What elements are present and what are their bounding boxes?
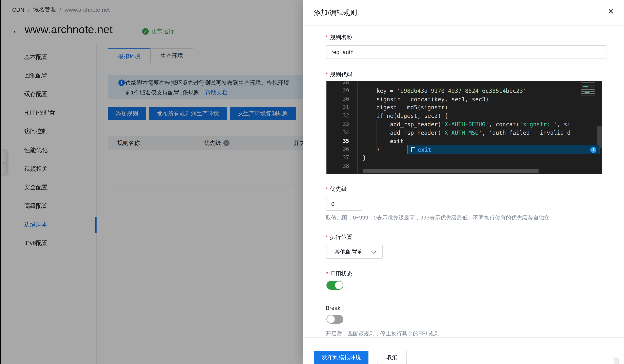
code-line: 28 xyxy=(326,81,602,87)
exec-position-value: 其他配置前 xyxy=(335,248,363,255)
suggestion-keyword-icon xyxy=(411,147,415,152)
break-help-text: 开启后，匹配该规则，停止执行其余的ESL规则 xyxy=(326,330,440,337)
code-lines: 2829 key = 'b98d643a-9170-4937-8524-6c33… xyxy=(326,81,602,171)
enabled-toggle[interactable] xyxy=(326,281,343,290)
code-line: 32 if ne(digest, sec2) { xyxy=(326,112,602,120)
indent-guide xyxy=(377,120,377,154)
rule-name-input[interactable] xyxy=(326,45,606,59)
required-asterisk: * xyxy=(326,186,328,192)
toggle-knob xyxy=(335,281,343,289)
required-asterisk: * xyxy=(326,71,328,77)
required-asterisk: * xyxy=(326,270,328,277)
priority-input[interactable] xyxy=(326,197,363,211)
required-asterisk: * xyxy=(326,34,328,40)
code-editor[interactable]: 2829 key = 'b98d643a-9170-4937-8524-6c33… xyxy=(326,81,602,174)
minimap-content xyxy=(581,82,595,100)
code-line: 35 exit xyxy=(326,137,602,145)
code-line: 29 key = 'b98d643a-9170-4937-8524-6c3351… xyxy=(326,87,602,95)
enabled-label: * 启用状态 xyxy=(326,270,353,278)
required-asterisk: * xyxy=(326,234,328,240)
minimap[interactable] xyxy=(581,81,596,174)
app-root: ‹ CDN/域名管理/www.archnote.net ← www.archno… xyxy=(0,0,624,364)
autocomplete-suggestion[interactable]: exit i xyxy=(407,145,600,154)
break-label: Break xyxy=(326,305,340,311)
drawer-scrollbar-thumb[interactable] xyxy=(614,358,619,364)
code-line: 30 signstr = concat(key, sec1, sec3) xyxy=(326,95,602,104)
publish-to-staging-button[interactable]: 发布到模拟环境 xyxy=(314,351,368,364)
add-edit-rule-drawer: 添加/编辑规则 ✕ * 规则名称 * 规则代码 2829 key = 'b98d… xyxy=(303,0,624,364)
break-toggle[interactable] xyxy=(326,315,343,324)
code-line: 37} xyxy=(326,154,602,162)
exec-position-select[interactable]: 其他配置前 xyxy=(326,245,383,259)
priority-help-text: 取值范围：0~999。0表示优先级最高，999表示优先级最低。不同执行位置的优先… xyxy=(326,214,555,222)
drawer-title: 添加/编辑规则 xyxy=(314,8,357,17)
chevron-down-icon xyxy=(371,249,376,254)
editor-horizontal-scrollbar[interactable] xyxy=(363,169,539,173)
gutter-border xyxy=(357,81,358,174)
rule-code-label: * 规则代码 xyxy=(326,71,353,78)
drawer-footer: 发布到模拟环境 取消 xyxy=(303,337,624,364)
exec-position-label: * 执行位置 xyxy=(326,234,353,241)
code-line: 33 add_rsp_header('X-AUTH-DEBUG', concat… xyxy=(326,120,602,129)
toggle-knob xyxy=(327,315,335,323)
drawer-header: 添加/编辑规则 ✕ xyxy=(303,0,624,26)
priority-label: * 优先级 xyxy=(326,186,347,193)
close-icon[interactable]: ✕ xyxy=(606,5,616,18)
code-line: 31 digest = md5(signstr) xyxy=(326,104,602,112)
rule-name-label: * 规则名称 xyxy=(326,34,353,41)
cancel-button[interactable]: 取消 xyxy=(377,351,407,364)
suggestion-info-icon[interactable]: i xyxy=(590,147,596,153)
suggestion-label: exit xyxy=(418,146,431,153)
code-line: 34 add_rsp_header('X-AUTH-MSG', 'auth fa… xyxy=(326,129,602,137)
